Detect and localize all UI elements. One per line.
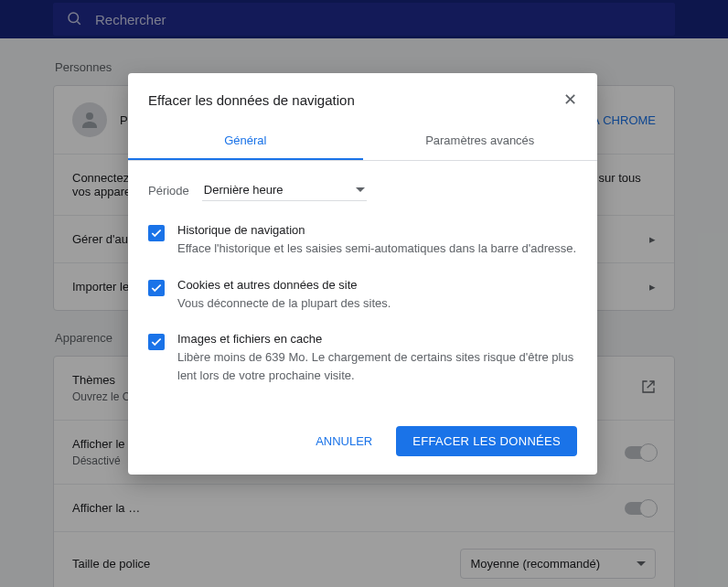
option-history[interactable]: Historique de navigation Efface l'histor… [148,223,577,258]
dialog-tabs: Général Paramètres avancés [128,123,597,161]
option-cookies-title: Cookies et autres données de site [177,278,391,292]
option-cache[interactable]: Images et fichiers en cache Libère moins… [148,332,577,384]
period-label: Période [148,184,189,197]
checkbox-history[interactable] [148,225,165,241]
option-cache-title: Images et fichiers en cache [177,332,577,346]
tab-basic[interactable]: Général [128,123,363,160]
period-value: Dernière heure [204,183,284,197]
close-icon[interactable]: ✕ [563,91,577,108]
checkbox-cache[interactable] [148,334,165,350]
clear-data-button[interactable]: EFFACER LES DONNÉES [396,426,577,456]
tab-advanced[interactable]: Paramètres avancés [363,123,598,160]
option-cookies[interactable]: Cookies et autres données de site Vous d… [148,278,577,313]
period-select[interactable]: Dernière heure [202,179,367,201]
checkbox-cookies[interactable] [148,280,165,296]
clear-browsing-data-dialog: Effacer les données de navigation ✕ Géné… [128,73,597,475]
option-history-title: Historique de navigation [177,223,576,237]
dialog-title: Effacer les données de navigation [148,92,355,108]
option-cache-desc: Libère moins de 639 Mo. Le chargement de… [177,348,577,384]
option-history-desc: Efface l'historique et les saisies semi-… [177,240,576,258]
option-cookies-desc: Vous déconnecte de la plupart des sites. [177,294,391,313]
cancel-button[interactable]: ANNULER [299,426,389,456]
chevron-down-icon [356,187,365,192]
